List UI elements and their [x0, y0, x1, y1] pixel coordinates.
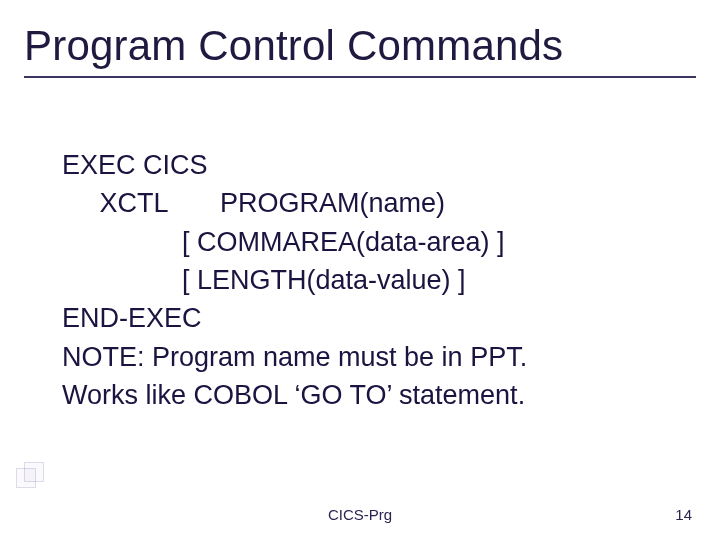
code-line: XCTL PROGRAM(name)	[62, 184, 680, 222]
decorative-squares	[16, 462, 42, 488]
page-number: 14	[675, 506, 692, 523]
note-line: NOTE: Program name must be in PPT.	[62, 338, 680, 376]
title-area: Program Control Commands	[24, 22, 696, 86]
footer: CICS-Prg 14	[0, 506, 720, 526]
footer-label: CICS-Prg	[328, 506, 392, 523]
code-line: EXEC CICS	[62, 146, 680, 184]
code-line: [ COMMAREA(data-area) ]	[62, 223, 680, 261]
note-line: Works like COBOL ‘GO TO’ statement.	[62, 376, 680, 414]
slide: Program Control Commands EXEC CICS XCTL …	[0, 0, 720, 540]
body-text: EXEC CICS XCTL PROGRAM(name) [ COMMAREA(…	[62, 146, 680, 414]
code-line: [ LENGTH(data-value) ]	[62, 261, 680, 299]
code-line: END-EXEC	[62, 299, 680, 337]
slide-title: Program Control Commands	[24, 22, 696, 70]
title-rule	[24, 76, 696, 78]
